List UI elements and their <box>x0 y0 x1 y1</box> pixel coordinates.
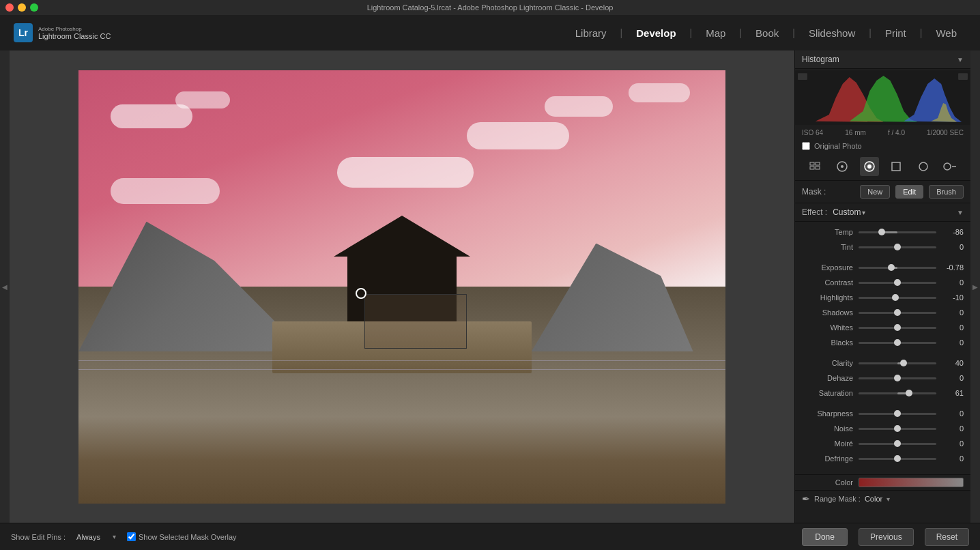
slider-track-contrast[interactable] <box>859 282 936 284</box>
original-photo-checkbox[interactable] <box>802 142 810 150</box>
previous-button[interactable]: Previous <box>859 528 914 546</box>
traffic-lights <box>5 3 38 12</box>
slider-track-tint[interactable] <box>859 246 936 248</box>
building-windows <box>364 294 467 349</box>
circle-tool-icon[interactable] <box>914 157 933 176</box>
histogram-chart <box>795 70 970 125</box>
edit-pins-label: Show Edit Pins : <box>11 533 66 541</box>
mask-new-button[interactable]: New <box>860 185 890 199</box>
slider-track-temp[interactable] <box>859 231 936 233</box>
show-overlay-checkbox[interactable] <box>127 532 136 541</box>
slider-thumb-exposure[interactable] <box>888 264 895 271</box>
slider-thumb-moire[interactable] <box>894 440 901 447</box>
slider-thumb-noise[interactable] <box>894 425 901 432</box>
slider-label-contrast: Contrast <box>802 278 853 287</box>
nav-library[interactable]: Library <box>566 23 616 43</box>
slider-thumb-sharpness[interactable] <box>894 410 901 417</box>
slider-divider <box>795 350 970 356</box>
nav-develop[interactable]: Develop <box>626 23 685 43</box>
mask-edit-button[interactable]: Edit <box>895 185 923 199</box>
left-panel-toggle[interactable]: ◀ <box>0 50 10 523</box>
slider-row-contrast: Contrast0 <box>795 275 970 290</box>
slider-row-dehaze: Dehaze0 <box>795 371 970 386</box>
app-name: Adobe Photoshop <box>38 26 111 32</box>
slider-thumb-blacks[interactable] <box>894 339 901 346</box>
lr-badge: Lr <box>14 23 33 42</box>
slider-track-noise[interactable] <box>859 428 936 430</box>
crop-overlay-icon[interactable] <box>887 157 906 176</box>
grid-tool-icon[interactable] <box>806 157 825 176</box>
slider-thumb-tint[interactable] <box>894 244 901 250</box>
slider-thumb-saturation[interactable] <box>906 390 912 396</box>
nav-book[interactable]: Book <box>746 23 788 43</box>
brush-tool-icon[interactable] <box>860 157 879 176</box>
svg-rect-0 <box>798 73 807 80</box>
nav-map[interactable]: Map <box>696 23 735 43</box>
slider-row-blacks: Blacks0 <box>795 335 970 350</box>
effect-expand-icon[interactable]: ▼ <box>957 209 964 216</box>
slider-track-whites[interactable] <box>859 327 936 329</box>
slider-thumb-defringe[interactable] <box>894 455 901 462</box>
sliders-section: Temp-86Tint0Exposure-0.78Contrast0Highli… <box>795 222 970 474</box>
slider-divider <box>795 401 970 406</box>
slider-row-exposure: Exposure-0.78 <box>795 260 970 275</box>
slider-label-exposure: Exposure <box>802 263 853 272</box>
slider-label-blacks: Blacks <box>802 338 853 347</box>
slider-row-temp: Temp-86 <box>795 225 970 240</box>
menubar: Lr Adobe Photoshop Lightroom Classic CC … <box>0 15 980 50</box>
slider-track-blacks[interactable] <box>859 342 936 344</box>
mask-brush-button[interactable]: Brush <box>929 185 964 199</box>
svg-point-16 <box>944 163 951 170</box>
nav-slideshow[interactable]: Slideshow <box>799 23 865 43</box>
slider-track-defringe[interactable] <box>859 458 936 460</box>
slider-thumb-contrast[interactable] <box>894 279 901 286</box>
reset-button[interactable]: Reset <box>925 528 969 546</box>
range-mask-dropdown-icon[interactable]: ▾ <box>887 495 890 503</box>
slider-label-dehaze: Dehaze <box>802 374 853 382</box>
slider-track-highlights[interactable] <box>859 297 936 299</box>
slider-value-dehaze: 0 <box>942 374 964 382</box>
slider-thumb-dehaze[interactable] <box>894 375 901 381</box>
range-mask-label: Range Mask : <box>814 495 861 503</box>
cloud <box>467 122 569 149</box>
radial-gradient-icon[interactable] <box>833 157 852 176</box>
nav-print[interactable]: Print <box>876 23 916 43</box>
photo-container[interactable] <box>78 70 725 504</box>
svg-rect-1 <box>958 73 968 80</box>
close-button[interactable] <box>5 3 14 12</box>
slider-thumb-clarity[interactable] <box>900 360 907 366</box>
histogram-expand-icon[interactable]: ▼ <box>957 56 964 63</box>
slider-track-saturation[interactable] <box>859 392 936 394</box>
fullscreen-button[interactable] <box>30 3 38 12</box>
slider-label-shadows: Shadows <box>802 308 853 317</box>
svg-point-15 <box>919 162 927 171</box>
edit-pins-dropdown-icon[interactable]: ▾ <box>113 533 116 540</box>
svg-point-13 <box>867 164 871 169</box>
slider-label-tint: Tint <box>802 243 853 251</box>
minimize-button[interactable] <box>18 3 26 12</box>
slider-divider <box>795 466 970 472</box>
mask-label: Mask : <box>802 187 826 197</box>
nav-web[interactable]: Web <box>926 23 966 43</box>
slider-label-clarity: Clarity <box>802 359 853 367</box>
show-overlay-label: Show Selected Mask Overlay <box>139 533 237 541</box>
slider-thumb-temp[interactable] <box>878 229 885 235</box>
mask-control-point[interactable] <box>356 288 366 299</box>
color-swatch[interactable] <box>859 478 964 487</box>
slider-row-noise: Noise0 <box>795 421 970 436</box>
slider-track-exposure[interactable] <box>859 267 936 269</box>
slider-track-clarity[interactable] <box>859 362 936 364</box>
slider-thumb-highlights[interactable] <box>892 294 899 301</box>
slider-track-sharpness[interactable] <box>859 413 936 415</box>
slider-thumb-whites[interactable] <box>894 324 901 331</box>
done-button[interactable]: Done <box>802 528 848 546</box>
slider-track-dehaze[interactable] <box>859 377 936 379</box>
bottom-bar: Show Edit Pins : Always ▾ Show Selected … <box>0 523 980 550</box>
minus-tool-icon[interactable] <box>940 157 960 176</box>
shutter-value: 1/2000 SEC <box>927 129 964 136</box>
slider-thumb-shadows[interactable] <box>894 309 901 316</box>
right-panel-toggle[interactable]: ▶ <box>970 50 980 523</box>
slider-track-shadows[interactable] <box>859 312 936 314</box>
slider-track-moire[interactable] <box>859 443 936 445</box>
effect-dropdown-icon[interactable]: ▾ <box>862 209 865 216</box>
